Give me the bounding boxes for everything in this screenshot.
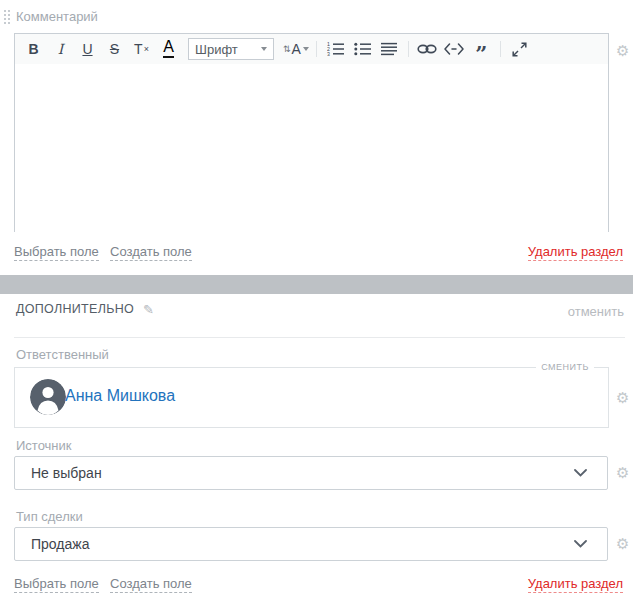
updown-arrows-icon: ⇅ (283, 44, 291, 54)
create-field-link[interactable]: Создать поле (110, 244, 192, 261)
numbered-list-icon: 123 (327, 42, 344, 56)
cancel-link[interactable]: отменить (568, 304, 624, 319)
editor-toolbar: B I U S T× A Шрифт ⇅ A (15, 34, 608, 64)
font-family-value: Шрифт (195, 42, 261, 57)
maximize-button[interactable] (506, 34, 533, 64)
chevron-down-icon (303, 47, 309, 51)
deal-type-settings-gear-icon[interactable]: ⚙ (616, 536, 629, 551)
bold-button[interactable]: B (20, 34, 47, 64)
responsible-settings-gear-icon[interactable]: ⚙ (616, 390, 629, 405)
clear-format-sub: × (144, 44, 149, 54)
delete-section-link[interactable]: Удалить раздел (528, 576, 623, 593)
responsible-user-link[interactable]: Анна Мишкова (65, 387, 175, 405)
quote-button[interactable]: ” (468, 29, 495, 69)
numbered-list-button[interactable]: 123 (322, 34, 349, 64)
crm-section-editor: Комментарий B I U S T× A Шрифт ⇅ A (0, 0, 633, 606)
delete-section-link[interactable]: Удалить раздел (528, 244, 623, 261)
comment-settings-gear-icon[interactable]: ⚙ (616, 43, 629, 58)
chevron-down-icon (261, 47, 267, 51)
font-size-button[interactable]: ⇅ A (283, 41, 309, 57)
align-justify-button[interactable] (376, 34, 403, 64)
create-field-link[interactable]: Создать поле (110, 576, 192, 593)
edit-pencil-icon[interactable]: ✎ (143, 303, 154, 316)
align-justify-icon (381, 42, 397, 56)
drag-handle-icon[interactable] (3, 9, 10, 24)
responsible-field-label: Ответственный (16, 347, 109, 362)
deal-type-select[interactable]: Продажа (14, 527, 608, 561)
section-divider-bar (0, 275, 633, 294)
person-icon (30, 379, 66, 415)
clear-format-button[interactable]: T× (128, 34, 155, 64)
comment-field-label: Комментарий (16, 9, 98, 24)
code-icon (444, 43, 464, 55)
section-header: ДОПОЛНИТЕЛЬНО ✎ (16, 302, 154, 316)
select-field-link[interactable]: Выбрать поле (14, 244, 99, 261)
chevron-down-icon (574, 540, 587, 548)
text-color-button[interactable]: A (155, 34, 182, 64)
bullet-list-button[interactable] (349, 34, 376, 64)
underline-button[interactable]: U (74, 34, 101, 64)
deal-type-select-value: Продажа (31, 536, 574, 552)
editor-content[interactable] (15, 64, 608, 232)
toolbar-separator (316, 41, 317, 57)
source-select[interactable]: Не выбран (14, 456, 608, 490)
toolbar-separator (500, 41, 501, 57)
clear-format-label: T (134, 41, 143, 57)
svg-text:3: 3 (327, 51, 330, 56)
avatar (30, 379, 66, 415)
rich-text-editor: B I U S T× A Шрифт ⇅ A (14, 33, 609, 232)
text-color-label: A (163, 39, 174, 58)
toolbar-separator (408, 41, 409, 57)
deal-type-field-label: Тип сделки (16, 509, 83, 524)
section-title: ДОПОЛНИТЕЛЬНО (16, 302, 134, 316)
header-divider (14, 337, 625, 338)
bullet-list-icon (354, 42, 371, 56)
link-button[interactable] (414, 34, 441, 64)
source-select-value: Не выбран (31, 465, 574, 481)
chevron-down-icon (574, 469, 587, 477)
source-field-label: Источник (16, 438, 72, 453)
change-responsible-button[interactable]: СМЕНИТЬ (536, 362, 594, 372)
code-button[interactable] (441, 34, 468, 64)
maximize-icon (512, 42, 527, 57)
select-field-link[interactable]: Выбрать поле (14, 576, 99, 593)
strikethrough-button[interactable]: S (101, 34, 128, 64)
font-size-label: A (292, 41, 301, 57)
source-settings-gear-icon[interactable]: ⚙ (616, 465, 629, 480)
link-icon (417, 43, 437, 55)
responsible-field-box: СМЕНИТЬ Анна Мишкова (14, 367, 609, 428)
font-family-select[interactable]: Шрифт (188, 38, 274, 60)
italic-button[interactable]: I (47, 34, 74, 64)
